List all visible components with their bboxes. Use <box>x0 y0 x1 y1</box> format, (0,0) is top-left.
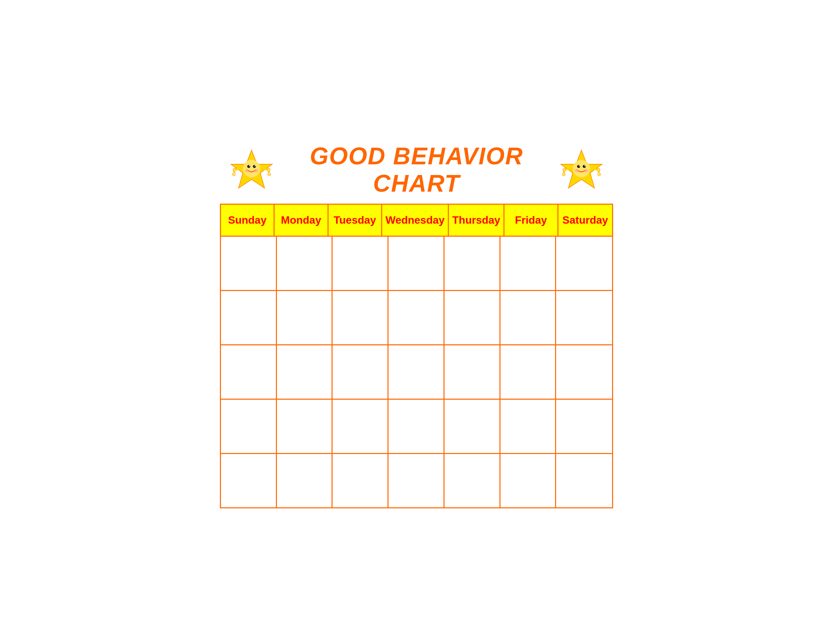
cell-r5-sun[interactable] <box>221 454 277 507</box>
svg-point-5 <box>254 165 256 166</box>
cell-r2-sun[interactable] <box>221 291 277 345</box>
cell-r1-wed[interactable] <box>389 237 444 290</box>
cell-r4-thu[interactable] <box>444 400 500 453</box>
cell-r1-sun[interactable] <box>221 237 277 290</box>
svg-point-15 <box>584 169 588 172</box>
header-monday: Monday <box>275 204 328 236</box>
cell-r1-fri[interactable] <box>500 237 556 290</box>
header-friday: Friday <box>505 204 558 236</box>
cell-r2-sat[interactable] <box>556 291 612 345</box>
svg-point-4 <box>249 165 250 166</box>
cell-r5-fri[interactable] <box>500 454 556 507</box>
svg-point-13 <box>584 165 585 166</box>
cell-r2-fri[interactable] <box>500 291 556 345</box>
svg-point-14 <box>575 169 579 172</box>
cell-r1-mon[interactable] <box>277 237 333 290</box>
days-header-row: Sunday Monday Tuesday Wednesday Thursday… <box>221 204 612 237</box>
behavior-chart: Sunday Monday Tuesday Wednesday Thursday… <box>220 204 613 508</box>
svg-point-7 <box>254 169 258 172</box>
svg-point-9 <box>573 160 590 177</box>
table-row <box>221 291 612 345</box>
cell-r3-tue[interactable] <box>333 345 389 399</box>
table-row <box>221 400 612 454</box>
svg-point-6 <box>245 169 249 172</box>
cell-r5-mon[interactable] <box>277 454 333 507</box>
cell-r3-sun[interactable] <box>221 345 277 399</box>
cell-r4-sat[interactable] <box>556 400 612 453</box>
cell-r2-thu[interactable] <box>444 291 500 345</box>
cell-r3-fri[interactable] <box>500 345 556 399</box>
cell-r2-mon[interactable] <box>277 291 333 345</box>
cell-r3-sat[interactable] <box>556 345 612 399</box>
cell-r3-thu[interactable] <box>444 345 500 399</box>
cell-r1-thu[interactable] <box>444 237 500 290</box>
star-icon-right <box>560 148 603 192</box>
svg-point-1 <box>243 160 260 177</box>
cell-r4-mon[interactable] <box>277 400 333 453</box>
page-title: GOOD BEHAVIOR CHART <box>280 142 553 197</box>
cell-r4-wed[interactable] <box>389 400 444 453</box>
svg-point-11 <box>583 165 586 168</box>
grid-rows <box>221 237 612 507</box>
cell-r4-fri[interactable] <box>500 400 556 453</box>
svg-point-3 <box>253 165 256 168</box>
cell-r4-tue[interactable] <box>333 400 389 453</box>
header-saturday: Saturday <box>558 204 612 236</box>
cell-r5-wed[interactable] <box>389 454 444 507</box>
header-tuesday: Tuesday <box>328 204 382 236</box>
cell-r4-sun[interactable] <box>221 400 277 453</box>
header: GOOD BEHAVIOR CHART <box>217 136 616 204</box>
cell-r5-tue[interactable] <box>333 454 389 507</box>
cell-r1-tue[interactable] <box>333 237 389 290</box>
svg-point-10 <box>577 165 580 168</box>
table-row <box>221 454 612 507</box>
cell-r1-sat[interactable] <box>556 237 612 290</box>
cell-r5-thu[interactable] <box>444 454 500 507</box>
cell-r2-tue[interactable] <box>333 291 389 345</box>
header-thursday: Thursday <box>449 204 505 236</box>
page-container: GOOD BEHAVIOR CHART <box>217 136 616 508</box>
svg-point-12 <box>579 165 580 166</box>
cell-r5-sat[interactable] <box>556 454 612 507</box>
star-icon-left <box>230 148 273 192</box>
cell-r3-wed[interactable] <box>389 345 444 399</box>
svg-point-2 <box>247 165 250 168</box>
header-sunday: Sunday <box>221 204 275 236</box>
cell-r2-wed[interactable] <box>389 291 444 345</box>
table-row <box>221 345 612 400</box>
header-wednesday: Wednesday <box>382 204 449 236</box>
table-row <box>221 237 612 291</box>
cell-r3-mon[interactable] <box>277 345 333 399</box>
